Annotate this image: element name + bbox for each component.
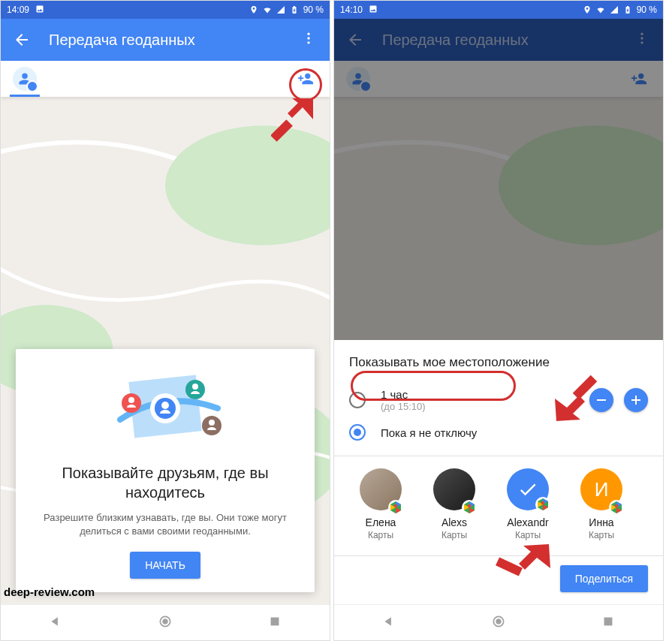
self-avatar[interactable] <box>13 67 37 91</box>
status-bar: 14:09 90 % <box>1 1 330 19</box>
contact-name: Alexs <box>423 516 486 528</box>
status-time: 14:10 <box>340 5 363 15</box>
battery-icon <box>290 5 299 14</box>
contacts-row: Елена Карты Alexs Карты Alexandr Карты <box>349 465 648 546</box>
nav-home-button[interactable] <box>491 614 506 632</box>
maps-badge-icon <box>535 497 556 518</box>
contact-source: Карты <box>349 530 412 540</box>
start-button[interactable]: НАЧАТЬ <box>130 552 200 579</box>
radio-unchecked-icon[interactable] <box>349 392 366 408</box>
intro-card: Показывайте друзьям, где вы находитесь Р… <box>16 349 315 592</box>
svg-rect-30 <box>635 396 637 405</box>
svg-rect-21 <box>271 618 279 625</box>
avatar-row <box>1 61 330 97</box>
image-icon <box>369 5 378 14</box>
contact-name: Инна <box>570 516 633 528</box>
nav-recents-button[interactable] <box>267 614 282 632</box>
left-screenshot: 14:09 90 % Передача геоданных <box>0 0 330 641</box>
avatar-letter: И <box>595 478 609 501</box>
wifi-icon <box>596 5 605 14</box>
contact-avatar-selected <box>507 468 549 510</box>
option-1-label: 1 час <box>381 388 426 401</box>
contact-avatar <box>360 468 402 510</box>
more-button[interactable] <box>300 31 318 49</box>
right-screenshot: 14:10 90 % Передача геоданных <box>333 0 664 641</box>
back-button[interactable] <box>13 31 31 49</box>
battery-percent: 90 % <box>303 5 324 15</box>
nav-recents-button[interactable] <box>601 614 616 632</box>
decrease-button[interactable] <box>589 388 613 412</box>
add-person-button[interactable] <box>294 67 318 91</box>
contact-alexs[interactable]: Alexs Карты <box>423 468 486 540</box>
contact-name: Alexandr <box>496 516 559 528</box>
nav-back-button[interactable] <box>48 614 63 632</box>
watermark: deep-review.com <box>4 585 95 598</box>
share-sheet: Показывать мое местоположение 1 час (до … <box>334 340 663 604</box>
app-bar: Передача геоданных <box>1 19 330 61</box>
intro-illustration <box>29 367 301 450</box>
tab-indicator <box>10 95 40 97</box>
option-2-label: Пока я не отключу <box>381 426 477 439</box>
app-bar-title: Передача геоданных <box>49 32 300 49</box>
nav-home-button[interactable] <box>158 614 173 632</box>
svg-point-32 <box>496 618 502 624</box>
status-time: 14:09 <box>7 5 29 15</box>
battery-icon <box>623 5 632 14</box>
contact-inna[interactable]: И Инна Карты <box>570 468 633 540</box>
svg-point-20 <box>163 618 168 624</box>
option-1-hour[interactable]: 1 час (до 15:10) <box>349 382 648 418</box>
option-until-off[interactable]: Пока я не отключу <box>349 418 648 447</box>
navigation-bar <box>1 604 330 640</box>
maps-badge-icon <box>462 500 477 515</box>
svg-point-3 <box>307 37 309 39</box>
radio-checked-icon[interactable] <box>349 424 366 441</box>
increase-button[interactable] <box>624 388 648 412</box>
svg-rect-33 <box>604 618 612 625</box>
contact-source: Карты <box>496 530 559 540</box>
svg-rect-28 <box>597 399 606 401</box>
divider <box>334 456 663 456</box>
signal-icon <box>276 5 285 14</box>
contact-alexandr-selected[interactable]: Alexandr Карты <box>496 468 559 540</box>
battery-percent: 90 % <box>637 5 657 15</box>
svg-point-2 <box>307 33 309 35</box>
contact-avatar-letter: И <box>580 468 622 510</box>
contact-name: Елена <box>349 516 412 528</box>
location-icon <box>249 5 258 14</box>
navigation-bar <box>334 604 663 640</box>
svg-point-18 <box>209 420 215 426</box>
intro-body: Разрешите близким узнавать, где вы. Они … <box>29 511 301 538</box>
contact-elena[interactable]: Елена Карты <box>349 468 412 540</box>
svg-point-16 <box>192 384 198 390</box>
svg-point-12 <box>161 402 169 409</box>
contact-avatar <box>433 468 475 510</box>
share-button[interactable]: Поделиться <box>560 565 648 592</box>
contact-source: Карты <box>570 530 633 540</box>
signal-icon <box>610 5 619 14</box>
location-icon <box>583 5 592 14</box>
maps-badge-icon <box>609 500 624 515</box>
svg-point-4 <box>307 41 309 44</box>
wifi-icon <box>263 5 272 14</box>
option-1-detail: (до 15:10) <box>381 401 426 412</box>
intro-heading: Показывайте друзьям, где вы находитесь <box>29 463 301 502</box>
svg-point-14 <box>128 397 134 403</box>
image-icon <box>35 5 44 14</box>
nav-back-button[interactable] <box>381 614 396 632</box>
contact-source: Карты <box>423 530 486 540</box>
status-bar: 14:10 90 % <box>334 1 663 19</box>
maps-badge-icon <box>388 500 403 515</box>
divider <box>334 555 663 556</box>
sheet-heading: Показывать мое местоположение <box>349 355 648 370</box>
